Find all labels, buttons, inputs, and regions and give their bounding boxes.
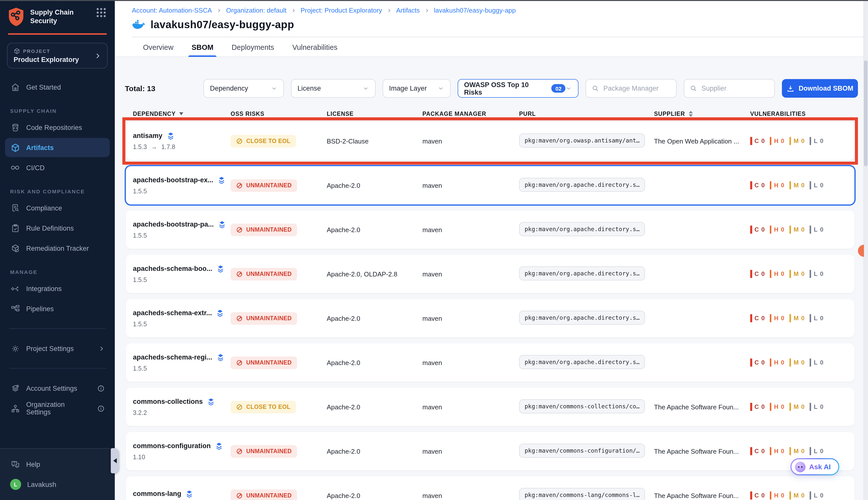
image-layers-icon[interactable] [216,265,224,273]
breadcrumb: Account: Automation-SSCA Organization: d… [132,7,868,14]
app-switcher-grid-icon[interactable] [97,8,108,17]
breadcrumb-link-project[interactable]: Project: Product Exploratory [300,7,382,14]
supplier-search-input[interactable] [701,84,769,92]
sidebar-item-integrations[interactable]: Integrations [5,279,110,298]
purl-chip[interactable]: pkg:maven/org.apache.directory.s… [519,355,645,369]
oss-risk-label: UNMAINTAINED [246,360,292,366]
purl-chip[interactable]: pkg:maven/commons-lang/commons-l… [519,488,645,500]
image-layers-icon[interactable] [215,442,223,450]
image-layers-icon[interactable] [216,353,224,361]
scrollbar-track[interactable] [864,0,868,500]
breadcrumb-link-artifact-name[interactable]: lavakush07/easy-buggy-app [434,7,516,14]
purl-chip[interactable]: pkg:maven/commons-collections/co… [519,399,645,413]
sidebar-item-account-settings[interactable]: Account Settings [5,379,110,398]
sidebar-item-rule-definitions[interactable]: Rule Definitions [5,218,110,238]
image-layers-icon[interactable] [185,490,193,498]
sidebar-collapse-handle[interactable] [111,448,119,473]
breadcrumb-link-artifacts[interactable]: Artifacts [396,7,420,14]
critical-count: C0 [750,447,765,455]
supplier-search [684,79,775,98]
sidebar-item-code-repositories[interactable]: Code Repositories [5,118,110,137]
package-manager: maven [422,447,519,455]
purl-chip[interactable]: pkg:maven/org.apache.directory.s… [519,310,645,325]
image-layers-icon[interactable] [207,398,215,406]
dependency-filter-select[interactable]: Dependency [203,79,284,98]
license-filter-select[interactable]: License [291,79,376,98]
purl-chip[interactable]: pkg:maven/org.owasp.antisamy/ant… [519,133,645,147]
sidebar-item-user-profile[interactable]: L Lavakush [5,475,110,494]
sidebar-item-project-settings[interactable]: Project Settings [5,339,110,358]
dependency-version: 1.10 [133,453,145,461]
license: BSD-2-Clause [327,137,422,145]
project-selector[interactable]: PROJECT Product Exploratory [7,43,108,68]
sidebar-item-cicd[interactable]: CI/CD [5,158,110,177]
sidebar-item-label: Artifacts [26,144,54,151]
supplier: The Apache Software Foun... [654,447,750,455]
download-sbom-button[interactable]: Download SBOM [782,79,858,98]
sidebar-item-help[interactable]: Help [5,455,110,474]
license: Apache-2.0 [327,447,422,455]
sidebar-item-get-started[interactable]: Get Started [5,78,110,97]
compliance-icon [10,203,20,213]
image-layers-icon[interactable] [216,309,224,317]
wrench-ban-icon [236,492,243,499]
oss-risk-badge: UNMAINTAINED [231,268,297,280]
sidebar-item-organization-settings[interactable]: Organization Settings [5,399,110,418]
table-row[interactable]: apacheds-bootstrap-ex... 1.5.5 UNMAINTAI… [126,166,854,204]
info-icon[interactable] [97,405,105,412]
sidebar-footer: Help L Lavakush [0,448,115,500]
ask-ai-button[interactable]: Ask AI [790,458,839,475]
vulnerability-counts: C0 H0 M0 L0 [750,137,854,145]
image-layer-filter-select[interactable]: Image Layer [382,79,450,98]
sidebar-item-artifacts[interactable]: Artifacts [5,138,110,157]
package-manager-search-input[interactable] [603,84,671,92]
table-row[interactable]: apacheds-schema-regi... 1.5.5 UNMAINTAIN… [126,343,854,382]
table-row[interactable]: commons-collections 3.2.2 CLOSE TO EOL A… [126,388,854,426]
sidebar-item-label: CI/CD [26,164,45,171]
column-header-supplier[interactable]: SUPPLIER [654,111,750,117]
package-manager: maven [422,137,519,145]
table-row[interactable]: apacheds-schema-boo... 1.5.5 UNMAINTAINE… [126,255,854,293]
main-content: Account: Automation-SSCA Organization: d… [115,0,868,500]
dependency-version-target: 1.7.8 [161,143,175,150]
breadcrumb-link-account[interactable]: Account: Automation-SSCA [132,7,212,14]
purl-chip[interactable]: pkg:maven/org.apache.directory.s… [519,266,645,280]
image-layers-icon[interactable] [218,220,226,228]
info-icon[interactable] [97,384,105,392]
section-label-supply-chain: SUPPLY CHAIN [5,108,110,114]
owasp-risks-filter-select[interactable]: OWASP OSS Top 10 Risks 02 [457,79,579,98]
image-layers-icon[interactable] [217,176,226,184]
tab-vulnerabilities[interactable]: Vulnerabilities [292,37,337,57]
sidebar-item-compliance[interactable]: Compliance [5,198,110,217]
vulnerability-counts: C0 H0 M0 L0 [750,314,854,322]
table-row[interactable]: commons-configuration 1.10 UNMAINTAINED … [126,432,854,470]
table-row[interactable]: antisamy 1.5.3 → 1.7.8 CLOSE TO EOL BSD-… [126,122,854,160]
table-row[interactable]: apacheds-bootstrap-pa... 1.5.5 UNMAINTAI… [126,211,854,249]
ask-ai-label: Ask AI [809,463,831,471]
table-row[interactable]: apacheds-schema-extr... 1.5.5 UNMAINTAIN… [126,299,854,337]
purl-chip[interactable]: pkg:maven/org.apache.directory.s… [519,222,645,236]
tab-deployments[interactable]: Deployments [232,37,274,57]
sidebar-item-remediation-tracker[interactable]: Remediation Tracker [5,239,110,258]
table-row[interactable]: commons-lang UNMAINTAINED Apache-2.0 mav… [126,476,854,500]
medium-count: M0 [789,314,804,322]
project-settings-gear-icon [10,343,20,353]
tab-overview[interactable]: Overview [143,37,173,57]
high-count: H0 [770,137,785,145]
dependency-version: 1.5.5 [133,276,147,283]
scrollbar-thumb[interactable] [864,60,868,166]
medium-count: M0 [789,181,804,189]
image-layers-icon[interactable] [167,132,174,140]
purl-chip[interactable]: pkg:maven/commons-configuration/… [519,443,645,457]
critical-count: C0 [750,314,765,322]
high-count: H0 [770,359,785,366]
dependency-version: 1.5.3 [133,143,147,150]
purl-chip[interactable]: pkg:maven/org.apache.directory.s… [519,178,645,192]
docker-icon [132,20,146,30]
sidebar-item-label: Account Settings [26,384,77,392]
breadcrumb-link-organization[interactable]: Organization: default [226,7,286,14]
sidebar-item-pipelines[interactable]: Pipelines [5,299,110,318]
app-window: Supply Chain Security PROJECT Product Ex… [0,0,868,500]
column-header-dependency[interactable]: DEPENDENCY [133,111,231,117]
tab-sbom[interactable]: SBOM [192,37,214,57]
